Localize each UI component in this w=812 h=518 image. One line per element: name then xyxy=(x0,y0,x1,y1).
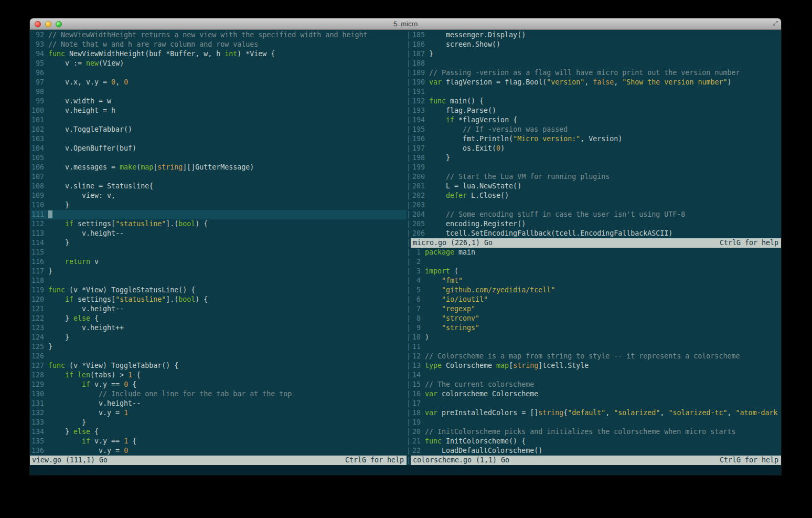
code-line[interactable]: 197 os.Exit(0) xyxy=(412,144,781,153)
code-line[interactable]: 194 if *flagVersion { xyxy=(412,115,781,125)
code-line[interactable]: 200 // Start the Lua VM for running plug… xyxy=(412,172,781,182)
code-line[interactable]: 110 } xyxy=(31,200,407,210)
code-token: { xyxy=(132,371,141,379)
code-line[interactable]: 126 xyxy=(31,352,407,361)
split-divider[interactable]: | | | | | | | | | | | | | | | | | | | | … xyxy=(407,30,411,465)
code-line[interactable]: 199 xyxy=(412,163,781,172)
code-line[interactable]: 16var colorscheme Colorscheme xyxy=(412,389,781,399)
code-line[interactable]: 8 "strconv" xyxy=(412,314,781,323)
code-line[interactable]: 7 "regexp" xyxy=(412,304,781,314)
code-line[interactable]: 99 v.width = w xyxy=(31,97,407,106)
code-line[interactable]: 100 v.height = h xyxy=(31,106,407,115)
code-line[interactable]: 102 v.ToggleTabbar() xyxy=(31,125,407,134)
code-line[interactable]: 122 } else { xyxy=(31,314,407,323)
code-line[interactable]: 98 xyxy=(31,87,407,97)
code-line[interactable]: 195 // If -version was passed xyxy=(412,125,781,134)
pane-micro-go[interactable]: 185 messenger.Display()186 screen.Show()… xyxy=(411,30,781,238)
code-line[interactable]: 132 v.y = 1 xyxy=(31,408,407,418)
code-line[interactable]: 19 xyxy=(412,418,781,427)
code-line[interactable]: 117} xyxy=(31,267,407,276)
code-line[interactable]: 129 if v.y == 0 { xyxy=(31,380,407,389)
code-line[interactable]: 125} xyxy=(31,342,407,352)
code-line[interactable]: 190var flagVersion = flag.Bool("version"… xyxy=(412,78,781,87)
code-line[interactable]: 106 v.messages = make(map[string][]Gutte… xyxy=(31,163,407,172)
code-line[interactable]: 198 } xyxy=(412,153,781,163)
code-line[interactable]: 204 // Some encoding stuff in case the u… xyxy=(412,210,781,219)
code-line[interactable]: 206 tcell.SetEncodingFallback(tcell.Enco… xyxy=(412,229,781,238)
code-line[interactable]: 97 v.x, v.y = 0, 0 xyxy=(31,78,407,87)
code-line[interactable]: 201 L = lua.NewState() xyxy=(412,182,781,191)
code-line[interactable]: 93// Note that w and h are raw column an… xyxy=(31,40,407,49)
minimize-button[interactable] xyxy=(45,21,51,27)
code-line[interactable]: 12// Colorscheme is a map from string to… xyxy=(412,352,781,361)
code-line[interactable]: 20// InitColorscheme picks and initializ… xyxy=(412,427,781,437)
zoom-button[interactable] xyxy=(56,21,62,27)
code-line[interactable]: 121 v.height-- xyxy=(31,304,407,314)
code-line[interactable]: 105 xyxy=(31,153,407,163)
code-line[interactable]: 133 } xyxy=(31,418,407,427)
code-line[interactable]: 185 messenger.Display() xyxy=(412,30,781,40)
code-line[interactable]: 130 // Include one line for the tab bar … xyxy=(31,389,407,399)
code-line[interactable]: 205 encoding.Register() xyxy=(412,219,781,229)
code-line[interactable]: 101 xyxy=(31,115,407,125)
close-button[interactable] xyxy=(35,21,41,27)
code-line[interactable]: 112 if settings["statusline"].(bool) { xyxy=(31,219,407,229)
code-line[interactable]: 189// Passing -version as a flag will ha… xyxy=(412,68,781,78)
code-line[interactable]: 9 "strings" xyxy=(412,323,781,333)
code-line[interactable]: 92// NewViewWidthHeight returns a new vi… xyxy=(31,30,407,40)
code-line[interactable]: 186 screen.Show() xyxy=(412,40,781,49)
code-line[interactable]: 191 xyxy=(412,87,781,97)
pane-colorscheme-go[interactable]: 1package main23import (4 "fmt"5 "github.… xyxy=(411,248,781,456)
code-line[interactable]: 134 } else { xyxy=(31,427,407,437)
code-line[interactable]: 114 } xyxy=(31,238,407,248)
code-line[interactable]: 4 "fmt" xyxy=(412,276,781,286)
code-line[interactable]: 15// The current colorscheme xyxy=(412,380,781,389)
code-line[interactable]: 136 v.y = 0 xyxy=(31,446,407,456)
code-line[interactable]: 96 xyxy=(31,68,407,78)
code-line[interactable]: 193 flag.Parse() xyxy=(412,106,781,115)
code-line[interactable]: 13type Colorscheme map[string]tcell.Styl… xyxy=(412,361,781,371)
code-token: 1 xyxy=(128,371,132,379)
code-line[interactable]: 127func (v *View) ToggleTabbar() { xyxy=(31,361,407,371)
code-line[interactable]: 188 xyxy=(412,59,781,68)
code-line[interactable]: 113 v.height-- xyxy=(31,229,407,238)
code-line[interactable]: 11 xyxy=(412,342,781,352)
code-line[interactable]: 10) xyxy=(412,333,781,342)
code-line[interactable]: 22 LoadDefaultColorscheme() xyxy=(412,446,781,456)
code-line[interactable]: 108 v.sline = Statusline{ xyxy=(31,182,407,191)
code-line[interactable]: 123 v.height++ xyxy=(31,323,407,333)
code-line[interactable]: 3import ( xyxy=(412,267,781,276)
code-line[interactable]: 107 xyxy=(31,172,407,182)
code-line[interactable]: 21func InitColorscheme() { xyxy=(412,437,781,446)
titlebar[interactable]: 5. micro ⤢ xyxy=(30,18,781,30)
code-line[interactable]: 111 xyxy=(31,210,407,219)
code-line[interactable]: 6 "io/ioutil" xyxy=(412,295,781,304)
code-line[interactable]: 202 defer L.Close() xyxy=(412,191,781,200)
code-line[interactable]: 118 xyxy=(31,276,407,286)
code-line[interactable]: 18var preInstalledColors = []string{"def… xyxy=(412,408,781,418)
code-line[interactable]: 95 v := new(View) xyxy=(31,59,407,68)
code-line[interactable]: 5 "github.com/zyedidia/tcell" xyxy=(412,286,781,295)
code-line[interactable]: 14 xyxy=(412,371,781,380)
code-line[interactable]: 196 fmt.Println("Micro version:", Versio… xyxy=(412,134,781,144)
resize-icon[interactable]: ⤢ xyxy=(773,19,778,27)
code-line[interactable]: 124 } xyxy=(31,333,407,342)
code-line[interactable]: 1package main xyxy=(412,248,781,257)
code-line[interactable]: 104 v.OpenBuffer(buf) xyxy=(31,144,407,153)
code-line[interactable]: 103 xyxy=(31,134,407,144)
code-line[interactable]: 94func NewViewWidthHeight(buf *Buffer, w… xyxy=(31,49,407,59)
code-line[interactable]: 187} xyxy=(412,49,781,59)
code-line[interactable]: 192func main() { xyxy=(412,97,781,106)
code-line[interactable]: 120 if settings["statusline"].(bool) { xyxy=(31,295,407,304)
code-line[interactable]: 131 v.height-- xyxy=(31,399,407,408)
code-line[interactable]: 17 xyxy=(412,399,781,408)
code-line[interactable]: 2 xyxy=(412,257,781,267)
code-line[interactable]: 116 return v xyxy=(31,257,407,267)
code-line[interactable]: 115 xyxy=(31,248,407,257)
pane-view-go[interactable]: 92// NewViewWidthHeight returns a new vi… xyxy=(30,30,407,456)
code-line[interactable]: 109 view: v, xyxy=(31,191,407,200)
code-line[interactable]: 119func (v *View) ToggleStatusLine() { xyxy=(31,286,407,295)
code-line[interactable]: 203 xyxy=(412,200,781,210)
code-line[interactable]: 135 if v.y == 1 { xyxy=(31,437,407,446)
code-line[interactable]: 128 if len(tabs) > 1 { xyxy=(31,371,407,380)
